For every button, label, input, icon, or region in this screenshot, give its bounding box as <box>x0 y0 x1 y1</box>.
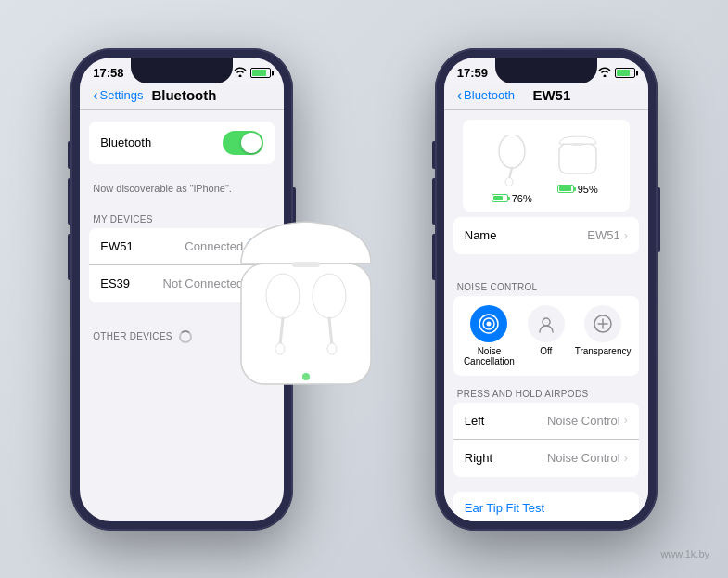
bluetooth-toggle-row: Bluetooth <box>89 122 275 164</box>
watermark: www.1k.by <box>660 548 709 559</box>
bluetooth-toggle[interactable] <box>223 131 263 155</box>
svg-point-6 <box>327 343 337 354</box>
right-chevron: › <box>624 452 628 465</box>
press-hold-right-label: Right <box>465 451 547 465</box>
press-hold-group: Left Noise Control › Right Noise Control… <box>453 403 639 477</box>
status-time-2: 17:59 <box>457 66 488 80</box>
noise-transparency-label: Transparency <box>575 346 632 356</box>
scanning-spinner <box>179 330 192 343</box>
svg-point-4 <box>313 274 346 318</box>
noise-transparency-icon <box>584 305 621 342</box>
ear-tip-row[interactable]: Ear Tip Fit Test <box>453 492 639 521</box>
battery-icon-1 <box>250 68 271 78</box>
name-label: Name <box>465 228 588 242</box>
battery-left: 76% <box>492 135 532 204</box>
svg-point-17 <box>543 318 550 326</box>
ear-tip-group: Ear Tip Fit Test Check the fit of your A… <box>453 492 639 521</box>
case-mini-battery <box>557 185 574 193</box>
bluetooth-toggle-group: Bluetooth <box>89 122 275 164</box>
bluetooth-toggle-label: Bluetooth <box>100 135 223 149</box>
noise-off-icon <box>528 305 565 342</box>
press-hold-right[interactable]: Right Noise Control › <box>453 440 639 477</box>
noise-option-off[interactable]: Off <box>517 305 574 366</box>
phone-2: 17:59 ▪▪▪ ‹ Bluetooth EW51 <box>435 48 658 531</box>
wifi-icon-2 <box>598 67 611 79</box>
ear-tip-label: Ear Tip Fit Test <box>465 501 544 515</box>
press-hold-right-value: Noise Control › <box>547 451 628 465</box>
left-chevron: › <box>624 414 628 427</box>
noise-off-label: Off <box>540 346 552 356</box>
svg-rect-13 <box>572 143 583 146</box>
back-label-1: Settings <box>100 88 144 102</box>
left-battery-pct: 76% <box>512 193 532 204</box>
left-battery-info: 76% <box>492 193 532 204</box>
back-label-2: Bluetooth <box>464 88 515 102</box>
nav-title-2: EW51 <box>515 87 589 103</box>
svg-rect-0 <box>241 263 371 384</box>
name-value-text: EW51 <box>587 228 619 242</box>
noise-cancellation-label: Noise Cancellation <box>461 346 517 366</box>
noise-options: Noise Cancellation Off Transparency <box>453 296 639 376</box>
name-value: EW51 › <box>587 228 627 242</box>
nav-bar-1: ‹ Settings Bluetooth <box>80 83 284 110</box>
svg-rect-12 <box>559 144 596 173</box>
notch-2 <box>495 58 597 83</box>
noise-option-transparency[interactable]: Transparency <box>574 305 631 366</box>
name-row[interactable]: Name EW51 › <box>453 217 639 254</box>
case-battery-pct: 95% <box>578 184 598 195</box>
svg-point-1 <box>266 274 300 318</box>
toggle-thumb-bt <box>241 133 262 153</box>
noise-control-header: NOISE CONTROL <box>444 269 648 296</box>
svg-point-11 <box>505 177 513 186</box>
svg-point-7 <box>302 373 310 380</box>
battery-display-container: 76% <box>444 110 648 217</box>
back-chevron-2: ‹ <box>457 87 462 104</box>
back-button-1[interactable]: ‹ Settings <box>93 87 143 104</box>
back-button-2[interactable]: ‹ Bluetooth <box>457 87 515 104</box>
status-time-1: 17:58 <box>93 66 123 80</box>
nav-bar-2: ‹ Bluetooth EW51 <box>444 83 648 110</box>
battery-display: 76% <box>463 120 630 212</box>
device-ew51-name: EW51 <box>100 239 185 253</box>
device-es39-name: ES39 <box>100 276 162 290</box>
nav-title-1: Bluetooth <box>144 87 225 103</box>
phone-2-screen: 17:59 ▪▪▪ ‹ Bluetooth EW51 <box>444 58 648 521</box>
left-mini-battery <box>492 194 508 202</box>
airpods-case <box>213 208 399 393</box>
notch-1 <box>131 58 233 83</box>
name-group: Name EW51 › <box>453 217 639 254</box>
discoverable-text: Now discoverable as "iPhone". <box>80 179 284 201</box>
press-hold-left-label: Left <box>465 414 547 428</box>
svg-point-16 <box>487 321 492 326</box>
name-chevron: › <box>624 229 628 242</box>
battery-icon-2 <box>615 68 635 78</box>
case-battery-info: 95% <box>557 184 598 195</box>
wifi-icon-1 <box>234 67 247 79</box>
press-hold-header: PRESS AND HOLD AIRPODS <box>444 376 648 403</box>
press-hold-left-value: Noise Control › <box>547 414 628 428</box>
battery-case: 95% <box>555 135 601 204</box>
noise-option-cancellation[interactable]: Noise Cancellation <box>461 305 517 366</box>
noise-cancellation-icon <box>470 305 507 342</box>
scene: 17:58 ▪▪▪ ‹ Settings Bluetooth <box>0 0 728 578</box>
phone-2-content: 76% <box>444 110 648 521</box>
back-chevron-1: ‹ <box>93 87 97 104</box>
svg-point-9 <box>499 135 525 168</box>
svg-rect-8 <box>292 262 320 267</box>
press-hold-left[interactable]: Left Noise Control › <box>453 403 639 440</box>
svg-point-3 <box>275 343 285 354</box>
